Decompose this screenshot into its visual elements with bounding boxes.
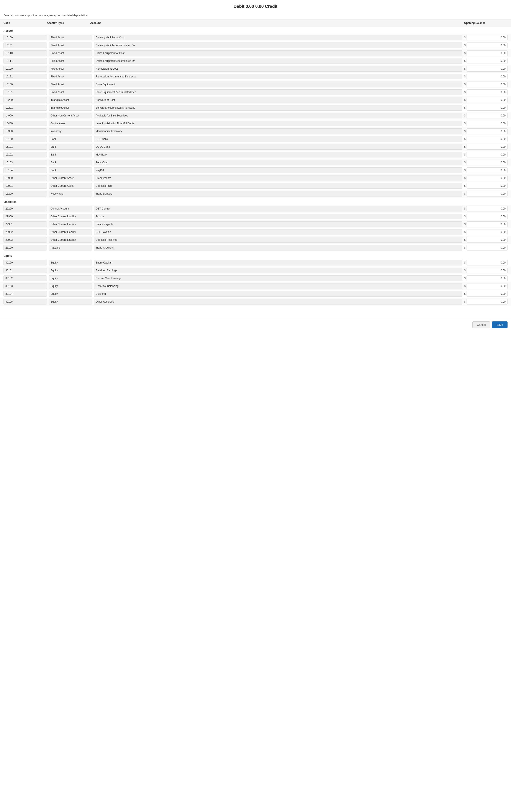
account-input[interactable] bbox=[94, 168, 462, 173]
account-input[interactable] bbox=[94, 299, 462, 304]
code-input[interactable] bbox=[3, 121, 47, 126]
code-input[interactable] bbox=[3, 144, 47, 150]
code-input[interactable] bbox=[3, 160, 47, 165]
account-input[interactable] bbox=[94, 121, 462, 126]
balance-input[interactable] bbox=[466, 89, 508, 95]
balance-input[interactable] bbox=[466, 299, 508, 304]
balance-input[interactable] bbox=[466, 66, 508, 71]
account-type-input[interactable] bbox=[49, 97, 92, 103]
code-input[interactable] bbox=[3, 74, 47, 79]
account-type-input[interactable] bbox=[49, 183, 92, 189]
account-input[interactable] bbox=[94, 183, 462, 189]
account-input[interactable] bbox=[94, 35, 462, 40]
balance-input[interactable] bbox=[466, 175, 508, 181]
balance-input[interactable] bbox=[466, 128, 508, 134]
account-type-input[interactable] bbox=[49, 152, 92, 157]
account-input[interactable] bbox=[94, 268, 462, 273]
balance-input[interactable] bbox=[466, 276, 508, 281]
balance-input[interactable] bbox=[466, 245, 508, 251]
balance-input[interactable] bbox=[466, 105, 508, 111]
save-button[interactable]: Save bbox=[492, 321, 508, 328]
code-input[interactable] bbox=[3, 105, 47, 111]
account-type-input[interactable] bbox=[49, 222, 92, 227]
code-input[interactable] bbox=[3, 229, 47, 235]
account-input[interactable] bbox=[94, 214, 462, 219]
balance-input[interactable] bbox=[466, 152, 508, 157]
account-type-input[interactable] bbox=[49, 144, 92, 150]
code-input[interactable] bbox=[3, 191, 47, 197]
account-type-input[interactable] bbox=[49, 42, 92, 48]
account-input[interactable] bbox=[94, 237, 462, 243]
balance-input[interactable] bbox=[466, 144, 508, 150]
account-type-input[interactable] bbox=[49, 121, 92, 126]
balance-input[interactable] bbox=[466, 168, 508, 173]
code-input[interactable] bbox=[3, 206, 47, 211]
account-input[interactable] bbox=[94, 66, 462, 71]
code-input[interactable] bbox=[3, 152, 47, 157]
account-type-input[interactable] bbox=[49, 214, 92, 219]
balance-input[interactable] bbox=[466, 50, 508, 56]
account-type-input[interactable] bbox=[49, 82, 92, 87]
account-type-input[interactable] bbox=[49, 276, 92, 281]
account-type-input[interactable] bbox=[49, 229, 92, 235]
account-input[interactable] bbox=[94, 144, 462, 150]
code-input[interactable] bbox=[3, 276, 47, 281]
account-input[interactable] bbox=[94, 191, 462, 197]
account-type-input[interactable] bbox=[49, 260, 92, 265]
balance-input[interactable] bbox=[466, 97, 508, 103]
balance-input[interactable] bbox=[466, 268, 508, 273]
balance-input[interactable] bbox=[466, 183, 508, 189]
code-input[interactable] bbox=[3, 237, 47, 243]
account-type-input[interactable] bbox=[49, 206, 92, 211]
account-type-input[interactable] bbox=[49, 35, 92, 40]
account-input[interactable] bbox=[94, 222, 462, 227]
balance-input[interactable] bbox=[466, 191, 508, 197]
code-input[interactable] bbox=[3, 82, 47, 87]
account-type-input[interactable] bbox=[49, 299, 92, 304]
balance-input[interactable] bbox=[466, 237, 508, 243]
account-input[interactable] bbox=[94, 229, 462, 235]
code-input[interactable] bbox=[3, 222, 47, 227]
balance-input[interactable] bbox=[466, 113, 508, 118]
account-input[interactable] bbox=[94, 245, 462, 251]
balance-input[interactable] bbox=[466, 136, 508, 142]
account-input[interactable] bbox=[94, 50, 462, 56]
account-input[interactable] bbox=[94, 276, 462, 281]
code-input[interactable] bbox=[3, 260, 47, 265]
code-input[interactable] bbox=[3, 283, 47, 289]
account-type-input[interactable] bbox=[49, 136, 92, 142]
code-input[interactable] bbox=[3, 291, 47, 297]
balance-input[interactable] bbox=[466, 229, 508, 235]
code-input[interactable] bbox=[3, 183, 47, 189]
account-input[interactable] bbox=[94, 283, 462, 289]
account-input[interactable] bbox=[94, 160, 462, 165]
code-input[interactable] bbox=[3, 58, 47, 64]
code-input[interactable] bbox=[3, 214, 47, 219]
balance-input[interactable] bbox=[466, 283, 508, 289]
balance-input[interactable] bbox=[466, 260, 508, 265]
code-input[interactable] bbox=[3, 268, 47, 273]
balance-input[interactable] bbox=[466, 58, 508, 64]
account-type-input[interactable] bbox=[49, 89, 92, 95]
account-input[interactable] bbox=[94, 206, 462, 211]
account-input[interactable] bbox=[94, 97, 462, 103]
code-input[interactable] bbox=[3, 245, 47, 251]
account-type-input[interactable] bbox=[49, 245, 92, 251]
account-type-input[interactable] bbox=[49, 128, 92, 134]
code-input[interactable] bbox=[3, 175, 47, 181]
account-type-input[interactable] bbox=[49, 105, 92, 111]
balance-input[interactable] bbox=[466, 35, 508, 40]
account-type-input[interactable] bbox=[49, 175, 92, 181]
account-type-input[interactable] bbox=[49, 113, 92, 118]
account-input[interactable] bbox=[94, 82, 462, 87]
balance-input[interactable] bbox=[466, 121, 508, 126]
account-input[interactable] bbox=[94, 136, 462, 142]
account-type-input[interactable] bbox=[49, 168, 92, 173]
code-input[interactable] bbox=[3, 136, 47, 142]
cancel-button[interactable]: Cancel bbox=[473, 321, 490, 328]
account-input[interactable] bbox=[94, 105, 462, 111]
account-type-input[interactable] bbox=[49, 58, 92, 64]
account-type-input[interactable] bbox=[49, 191, 92, 197]
account-input[interactable] bbox=[94, 260, 462, 265]
code-input[interactable] bbox=[3, 97, 47, 103]
